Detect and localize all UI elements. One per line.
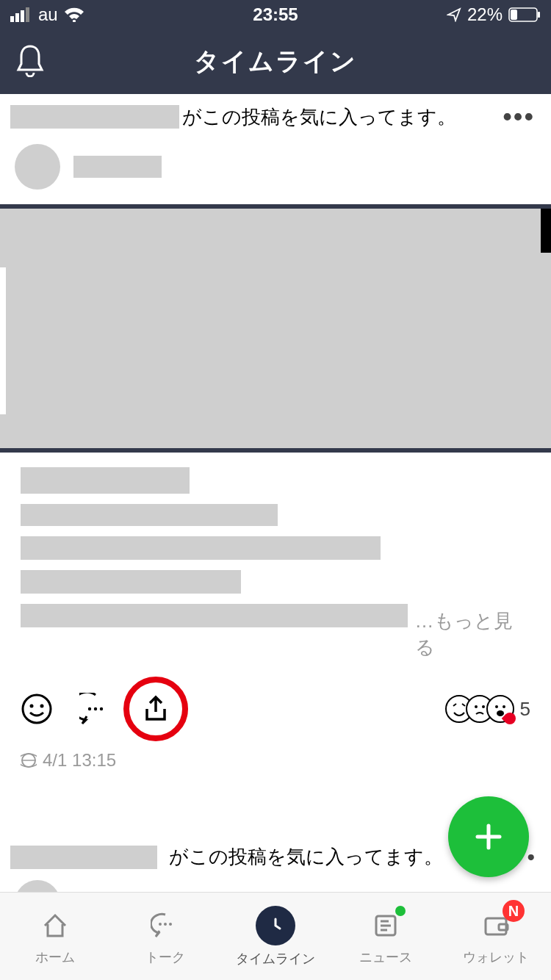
carrier-label: au <box>38 4 58 25</box>
notifications-button[interactable] <box>15 43 46 80</box>
liked-by-suffix: がこの投稿を気に入ってます。 <box>169 844 443 870</box>
svg-rect-6 <box>538 12 540 18</box>
post-timestamp: 4/1 13:15 <box>43 750 116 771</box>
share-button[interactable] <box>141 694 170 724</box>
battery-icon <box>508 7 541 22</box>
liked-by-name[interactable] <box>10 105 179 129</box>
post-body: …もっと見る <box>0 453 551 666</box>
svg-point-8 <box>30 705 34 708</box>
reaction-face-icon <box>486 695 514 723</box>
svg-point-13 <box>475 705 478 708</box>
post-text-line <box>21 536 381 560</box>
battery-label: 22% <box>467 4 503 25</box>
tab-wallet[interactable]: N ウォレット <box>441 893 551 980</box>
compose-fab[interactable] <box>448 796 529 877</box>
liked-by-row: がこの投稿を気に入ってます。 ••• <box>0 94 551 140</box>
post-text-line <box>21 467 190 494</box>
reaction-count: 5 <box>520 698 530 721</box>
svg-point-19 <box>159 923 162 926</box>
tab-label: トーク <box>145 948 185 966</box>
post-menu-button[interactable]: ••• <box>503 101 535 132</box>
svg-point-20 <box>164 923 167 926</box>
status-bar: au 23:55 22% <box>0 0 551 29</box>
svg-point-17 <box>497 710 504 716</box>
tab-label: ウォレット <box>463 948 529 966</box>
tab-label: ニュース <box>359 948 412 966</box>
location-icon <box>447 7 461 22</box>
chat-icon <box>151 911 180 940</box>
svg-rect-27 <box>486 918 506 934</box>
tab-label: タイムライン <box>236 950 315 968</box>
news-icon <box>371 911 400 940</box>
clock-icon <box>263 913 288 938</box>
bell-icon <box>15 43 46 77</box>
tab-news[interactable]: ニュース <box>331 893 441 980</box>
share-button-highlight <box>123 677 188 741</box>
post-menu-button[interactable]: • <box>527 845 535 870</box>
svg-point-11 <box>94 707 97 710</box>
badge-new: N <box>503 900 525 922</box>
post-text-line <box>21 604 408 627</box>
avatar[interactable] <box>15 144 60 190</box>
timestamp-row: 4/1 13:15 <box>0 746 551 793</box>
tab-home[interactable]: ホーム <box>0 893 110 980</box>
post-actions: 5 <box>0 666 551 746</box>
svg-rect-1 <box>15 13 19 22</box>
tab-label: ホーム <box>35 948 75 966</box>
tab-bar: ホーム トーク タイムライン ニュース N ウォレット <box>0 892 551 980</box>
svg-point-12 <box>100 707 103 710</box>
svg-point-10 <box>88 707 91 710</box>
reactions-summary[interactable]: 5 <box>445 695 530 723</box>
plus-icon <box>470 818 507 855</box>
svg-point-21 <box>169 923 172 926</box>
clock-label: 23:55 <box>253 4 298 25</box>
svg-rect-2 <box>21 10 24 22</box>
svg-point-16 <box>503 705 505 708</box>
svg-point-7 <box>23 695 51 723</box>
svg-rect-0 <box>10 16 14 22</box>
home-icon <box>40 911 70 940</box>
header: タイムライン <box>0 29 551 94</box>
comment-button[interactable] <box>79 693 112 725</box>
author-row[interactable] <box>0 140 551 204</box>
svg-point-14 <box>482 705 485 708</box>
badge-dot <box>395 906 406 916</box>
post-text-line <box>21 570 241 594</box>
author-name[interactable] <box>73 156 162 178</box>
liked-by-name[interactable] <box>10 846 157 869</box>
post-text-line <box>21 504 278 526</box>
svg-point-9 <box>40 705 44 708</box>
tab-timeline[interactable]: タイムライン <box>220 893 331 980</box>
timeline-post: がこの投稿を気に入ってます。 ••• …もっと見る 5 <box>0 94 551 793</box>
liked-by-suffix: がこの投稿を気に入ってます。 <box>182 104 456 130</box>
post-media[interactable] <box>0 204 551 453</box>
svg-point-15 <box>495 705 498 708</box>
svg-rect-3 <box>26 7 29 22</box>
read-more-link[interactable]: …もっと見る <box>415 608 530 660</box>
svg-rect-5 <box>511 10 517 20</box>
signal-icon <box>10 7 32 22</box>
page-title: タイムライン <box>194 45 357 79</box>
wifi-icon <box>64 7 84 22</box>
tab-talk[interactable]: トーク <box>110 893 220 980</box>
globe-icon <box>21 752 37 768</box>
like-button[interactable] <box>21 693 53 725</box>
